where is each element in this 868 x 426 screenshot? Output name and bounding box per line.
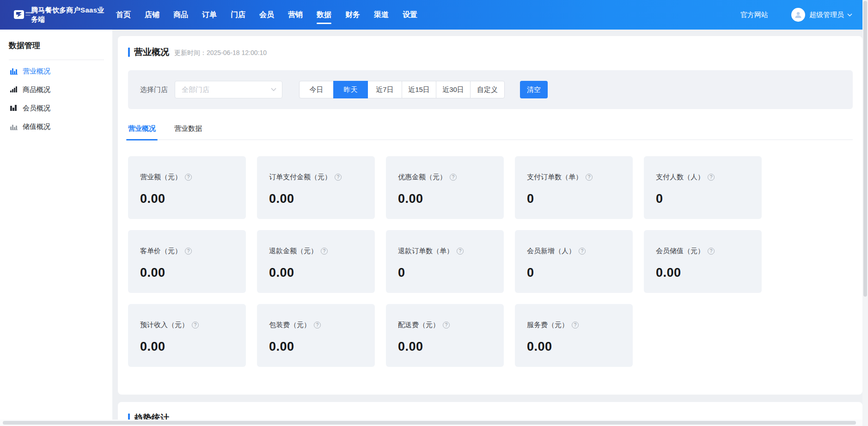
help-icon[interactable]: [586, 174, 593, 181]
sidebar-item[interactable]: 商品概况: [0, 80, 112, 99]
nav-item[interactable]: 财务: [345, 0, 360, 30]
help-icon[interactable]: [443, 322, 450, 329]
nav-item[interactable]: 订单: [202, 0, 217, 30]
user-avatar: [791, 8, 805, 22]
stat-label: 会员新增（人）: [527, 247, 575, 256]
sidebar-item[interactable]: 营业概况: [0, 62, 112, 80]
stat-value: 0.00: [398, 340, 504, 354]
date-range-button[interactable]: 自定义: [470, 81, 505, 98]
section-header: 营业概况 更新时间：2025-06-18 12:00:10: [128, 36, 853, 58]
help-icon[interactable]: [185, 248, 192, 255]
sidebar-item-list: 营业概况商品概况会员概况储值概况: [0, 62, 112, 136]
stat-label-row: 包装费（元）: [269, 321, 375, 329]
stat-card: 退款订单数（单）0: [386, 230, 504, 293]
stat-card: 退款金额（元）0.00: [257, 230, 375, 293]
horizontal-scrollbar-thumb[interactable]: [3, 421, 856, 425]
nav-menu: 首页店铺商品订单门店会员营销数据财务渠道设置: [116, 0, 417, 30]
stat-card: 客单价（元）0.00: [128, 230, 246, 293]
stat-label-row: 支付人数（人）: [656, 173, 762, 182]
stat-label-row: 订单支付金额（元）: [269, 173, 375, 182]
stat-value: 0.00: [140, 340, 246, 354]
bar-chart-icon: [10, 86, 18, 93]
stat-card: 包装费（元）0.00: [257, 304, 375, 367]
nav-item[interactable]: 营销: [288, 0, 303, 30]
date-range-button[interactable]: 近30日: [436, 81, 471, 98]
nav-item[interactable]: 商品: [173, 0, 188, 30]
page-title: 营业概况: [134, 46, 169, 58]
stat-value: 0.00: [140, 192, 246, 206]
horizontal-scrollbar[interactable]: [0, 420, 862, 426]
stat-label: 支付订单数（单）: [527, 173, 582, 182]
help-icon[interactable]: [572, 322, 579, 329]
stat-value: 0.00: [269, 192, 375, 206]
nav-item[interactable]: 门店: [231, 0, 245, 30]
date-range-button[interactable]: 今日: [299, 81, 334, 98]
sidebar-title: 数据管理: [0, 30, 112, 60]
stat-label: 会员储值（元）: [656, 247, 704, 256]
stat-card: 会员新增（人）0: [515, 230, 633, 293]
official-site-link[interactable]: 官方网站: [740, 11, 768, 19]
nav-item[interactable]: 渠道: [374, 0, 389, 30]
chevron-down-icon: [271, 88, 276, 91]
help-icon[interactable]: [457, 248, 464, 255]
stat-value: 0: [527, 266, 633, 280]
stat-label-row: 优惠金额（元）: [398, 173, 504, 182]
date-range-group: 今日昨天近7日近15日近30日自定义: [299, 81, 505, 98]
stat-label-row: 配送费（元）: [398, 321, 504, 329]
help-icon[interactable]: [450, 174, 457, 181]
stat-label: 预计收入（元）: [140, 321, 189, 329]
stat-label-row: 会员储值（元）: [656, 247, 762, 256]
stat-label-row: 会员新增（人）: [527, 247, 633, 256]
nav-item[interactable]: 会员: [259, 0, 274, 30]
nav-item[interactable]: 首页: [116, 0, 131, 30]
date-range-button[interactable]: 近15日: [402, 81, 436, 98]
clear-button[interactable]: 清空: [520, 81, 548, 98]
trend-title: 趋势统计: [134, 412, 169, 420]
main-content: 营业概况 更新时间：2025-06-18 12:00:10 选择门店 全部门店 …: [112, 30, 862, 420]
stats-grid: 营业额（元）0.00订单支付金额（元）0.00优惠金额（元）0.00支付订单数（…: [128, 156, 853, 367]
user-menu[interactable]: 超级管理员: [791, 8, 852, 22]
username-label: 超级管理员: [809, 11, 844, 19]
sidebar-item[interactable]: 会员概况: [0, 99, 112, 117]
date-range-button[interactable]: 昨天: [333, 81, 368, 98]
stat-card: 会员储值（元）0.00: [644, 230, 762, 293]
help-icon[interactable]: [579, 248, 586, 255]
stat-card: 服务费（元）0.00: [515, 304, 633, 367]
help-icon[interactable]: [335, 174, 342, 181]
bar-chart-icon: [10, 123, 18, 130]
help-icon[interactable]: [185, 174, 192, 181]
trend-panel: 趋势统计: [118, 402, 862, 420]
update-time: 更新时间：2025-06-18 12:00:10: [174, 48, 267, 57]
date-range-button[interactable]: 近7日: [367, 81, 402, 98]
stat-label-row: 支付订单数（单）: [527, 173, 633, 182]
nav-item[interactable]: 设置: [403, 0, 417, 30]
stat-value: 0: [656, 192, 762, 206]
stat-label-row: 客单价（元）: [140, 247, 246, 256]
stat-label: 营业额（元）: [140, 173, 182, 182]
title-accent-bar: [128, 48, 130, 57]
tab-business-overview[interactable]: 营业概况: [128, 124, 156, 140]
nav-item[interactable]: 店铺: [145, 0, 159, 30]
sidebar: 数据管理 营业概况商品概况会员概况储值概况: [0, 30, 112, 420]
stat-label-row: 预计收入（元）: [140, 321, 246, 329]
help-icon[interactable]: [314, 322, 321, 329]
stat-label: 包装费（元）: [269, 321, 311, 329]
stat-value: 0: [398, 266, 504, 280]
help-icon[interactable]: [192, 322, 199, 329]
help-icon[interactable]: [321, 248, 328, 255]
stat-label-row: 营业额（元）: [140, 173, 246, 182]
tab-business-data[interactable]: 营业数据: [174, 124, 202, 140]
store-select-placeholder: 全部门店: [182, 85, 209, 94]
sidebar-item[interactable]: 储值概况: [0, 117, 112, 136]
nav-item[interactable]: 数据: [317, 0, 331, 30]
stat-card: 优惠金额（元）0.00: [386, 156, 504, 219]
stat-label: 客单价（元）: [140, 247, 182, 256]
stat-card: 支付订单数（单）0: [515, 156, 633, 219]
store-select[interactable]: 全部门店: [175, 81, 282, 98]
help-icon[interactable]: [708, 174, 715, 181]
help-icon[interactable]: [708, 248, 715, 255]
navbar-right: 官方网站 超级管理员: [740, 8, 868, 22]
person-icon: [794, 11, 802, 19]
vertical-scrollbar-thumb[interactable]: [863, 1, 867, 297]
vertical-scrollbar[interactable]: [862, 0, 868, 426]
